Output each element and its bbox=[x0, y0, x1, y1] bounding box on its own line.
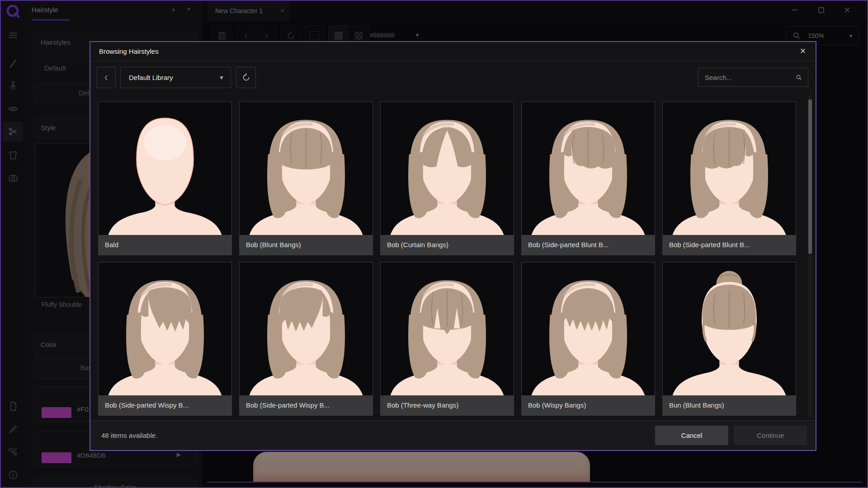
search-input[interactable] bbox=[698, 73, 796, 82]
hairstyle-card-label: Bob (Side-parted Wispy B... bbox=[99, 395, 231, 415]
hairstyle-card[interactable]: Bob (Side-parted Blunt B... bbox=[662, 102, 796, 255]
cancel-button[interactable]: Cancel bbox=[655, 426, 728, 445]
hairstyle-card[interactable]: Bob (Blunt Bangs) bbox=[239, 102, 373, 255]
hairstyle-card-label: Bob (Side-parted Blunt B... bbox=[663, 235, 796, 255]
dialog-header: Browsing Hairstyles × bbox=[90, 42, 816, 61]
hairstyle-thumbnail-bob_wispy bbox=[522, 263, 655, 395]
dialog-footer: 48 items available. Cancel Continue bbox=[90, 420, 816, 450]
search-icon[interactable] bbox=[796, 73, 802, 82]
hairstyle-card[interactable]: Bun (Blunt Bangs) bbox=[662, 262, 796, 416]
browsing-hairstyles-dialog: Browsing Hairstyles × Default Library ▼ … bbox=[90, 41, 816, 451]
hairstyle-card-label: Bob (Blunt Bangs) bbox=[240, 235, 373, 255]
hairstyle-thumbnail-bob_curtain bbox=[381, 102, 514, 235]
hairstyle-card[interactable]: Bob (Side-parted Wispy B... bbox=[239, 262, 373, 416]
hairstyle-thumbnail-bald bbox=[99, 102, 231, 235]
items-available-status: 48 items available. bbox=[101, 421, 157, 450]
grid-scrollbar-thumb[interactable] bbox=[808, 99, 812, 254]
hairstyle-thumbnail-bob_side_wispy2 bbox=[240, 263, 373, 395]
dialog-title: Browsing Hairstyles bbox=[99, 42, 159, 61]
app-window: Hairstyle ▲ ▼ Hairstyles ▲ Default Delet… bbox=[0, 0, 868, 488]
hairstyle-card-label: Bob (Three-way Bangs) bbox=[381, 395, 514, 415]
library-back-button[interactable] bbox=[97, 67, 116, 88]
hairstyle-card-label: Bob (Side-parted Wispy B... bbox=[240, 395, 373, 415]
hairstyle-thumbnail-bob_blunt bbox=[240, 102, 373, 235]
library-refresh-button[interactable] bbox=[236, 67, 256, 88]
hairstyle-thumbnail-bob_side_blunt bbox=[522, 102, 655, 235]
hairstyle-card-label: Bald bbox=[99, 235, 231, 255]
search-box[interactable] bbox=[698, 68, 808, 87]
hairstyle-thumbnail-bob_three bbox=[381, 263, 514, 395]
library-dropdown-caret-icon: ▼ bbox=[219, 75, 224, 81]
dialog-close-icon[interactable]: × bbox=[796, 44, 810, 59]
hairstyle-card[interactable]: Bob (Side-parted Blunt B... bbox=[521, 102, 655, 255]
hairstyle-card[interactable]: Bob (Curtain Bangs) bbox=[380, 102, 514, 255]
library-dropdown[interactable]: Default Library ▼ bbox=[120, 67, 231, 88]
hairstyle-card-label: Bob (Side-parted Blunt B... bbox=[522, 235, 655, 255]
continue-button[interactable]: Continue bbox=[734, 426, 807, 445]
hairstyle-thumbnail-bob_side_blunt2 bbox=[663, 102, 796, 235]
hairstyle-card-label: Bob (Wispy Bangs) bbox=[522, 395, 655, 415]
hairstyle-card[interactable]: Bob (Side-parted Wispy B... bbox=[98, 262, 232, 416]
hairstyle-card[interactable]: Bob (Three-way Bangs) bbox=[380, 262, 514, 416]
hairstyle-thumbnail-bob_side_wispy bbox=[99, 263, 231, 395]
hairstyle-card[interactable]: Bald bbox=[98, 102, 232, 255]
hairstyle-card[interactable]: Bob (Wispy Bangs) bbox=[521, 262, 655, 416]
hairstyle-grid: Bald Bob (Blunt Bangs) Bob (Curtain Bang… bbox=[98, 102, 796, 416]
hairstyle-card-label: Bun (Blunt Bangs) bbox=[663, 395, 796, 415]
hairstyle-card-label: Bob (Curtain Bangs) bbox=[381, 235, 514, 255]
hairstyle-thumbnail-bun_blunt bbox=[663, 263, 796, 395]
